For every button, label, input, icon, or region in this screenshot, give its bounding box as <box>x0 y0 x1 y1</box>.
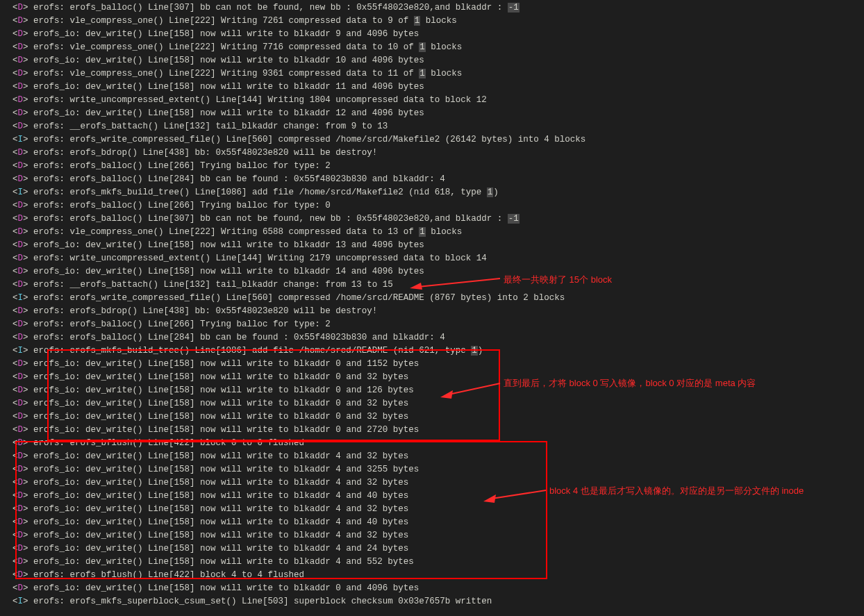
log-line: <D> erofs_io: dev_write() Line[158] now … <box>13 371 864 384</box>
log-line: <D> erofs: erofs_balloc() Line[284] bb c… <box>13 331 864 344</box>
log-line: <D> erofs: erofs_balloc() Line[284] bb c… <box>13 173 864 186</box>
log-line: <D> erofs: vle_compress_one() Line[222] … <box>13 15 864 28</box>
log-line: <D> erofs_io: dev_write() Line[158] now … <box>13 503 864 516</box>
log-line: <D> erofs_io: dev_write() Line[158] now … <box>13 28 864 41</box>
log-line: <I> erofs: erofs_write_compressed_file()… <box>13 292 864 305</box>
log-line: <D> erofs_io: dev_write() Line[158] now … <box>13 542 864 556</box>
log-line: <I> erofs: erofs_mkfs_superblock_csum_se… <box>13 595 864 608</box>
terminal-log: <D> erofs: erofs_balloc() Line[307] bb c… <box>13 1 864 608</box>
log-line: <D> erofs: vle_compress_one() Line[222] … <box>13 67 864 81</box>
log-line: <D> erofs: erofs_bdrop() Line[438] bb: 0… <box>13 305 864 318</box>
log-line: <D> erofs_io: dev_write() Line[158] now … <box>13 410 864 424</box>
log-line: <D> erofs: write_uncompressed_extent() L… <box>13 94 864 107</box>
log-line: <D> erofs_io: dev_write() Line[158] now … <box>13 397 864 410</box>
log-line: <I> erofs: erofs_write_compressed_file()… <box>13 133 864 147</box>
log-line: <D> erofs_io: dev_write() Line[158] now … <box>13 54 864 67</box>
log-line: <D> erofs_io: dev_write() Line[158] now … <box>13 424 864 437</box>
log-line: <D> erofs: erofs_bdrop() Line[438] bb: 0… <box>13 147 864 160</box>
log-line: <D> erofs: vle_compress_one() Line[222] … <box>13 226 864 239</box>
log-line: <D> erofs_io: dev_write() Line[158] now … <box>13 516 864 529</box>
log-line: <D> erofs: erofs_balloc() Line[307] bb c… <box>13 213 864 226</box>
log-line: <D> erofs_io: dev_write() Line[158] now … <box>13 582 864 595</box>
log-line: <D> erofs_io: dev_write() Line[158] now … <box>13 490 864 503</box>
log-line: <D> erofs_io: dev_write() Line[158] now … <box>13 529 864 542</box>
log-line: <D> erofs_io: dev_write() Line[158] now … <box>13 81 864 94</box>
log-line: <D> erofs: __erofs_battach() Line[132] t… <box>13 278 864 292</box>
log-line: <D> erofs_io: dev_write() Line[158] now … <box>13 265 864 278</box>
log-line: <D> erofs: erofs_balloc() Line[266] Tryi… <box>13 318 864 331</box>
log-line: <D> erofs: erofs_balloc() Line[266] Tryi… <box>13 160 864 173</box>
log-line: <D> erofs_io: dev_write() Line[158] now … <box>13 556 864 569</box>
log-line: <D> erofs: write_uncompressed_extent() L… <box>13 252 864 265</box>
log-line: <D> erofs: vle_compress_one() Line[222] … <box>13 41 864 54</box>
log-line: <D> erofs_io: dev_write() Line[158] now … <box>13 384 864 397</box>
log-line: <I> erofs: erofs_mkfs_build_tree() Line[… <box>13 186 864 199</box>
log-line: <D> erofs: erofs_balloc() Line[307] bb c… <box>13 1 864 15</box>
log-line: <D> erofs: erofs_balloc() Line[266] Tryi… <box>13 199 864 213</box>
log-line: <D> erofs_io: dev_write() Line[158] now … <box>13 239 864 252</box>
log-line: <D> erofs: erofs_bflush() Line[422] bloc… <box>13 569 864 582</box>
log-line: <I> erofs: erofs_mkfs_build_tree() Line[… <box>13 344 864 358</box>
log-line: <D> erofs_io: dev_write() Line[158] now … <box>13 358 864 371</box>
log-line: <D> erofs_io: dev_write() Line[158] now … <box>13 450 864 463</box>
log-line: <D> erofs_io: dev_write() Line[158] now … <box>13 463 864 476</box>
log-line: <D> erofs: __erofs_battach() Line[132] t… <box>13 120 864 133</box>
log-line: <D> erofs_io: dev_write() Line[158] now … <box>13 476 864 490</box>
log-line: <D> erofs_io: dev_write() Line[158] now … <box>13 107 864 120</box>
log-line: <D> erofs: erofs_bflush() Line[422] bloc… <box>13 437 864 450</box>
